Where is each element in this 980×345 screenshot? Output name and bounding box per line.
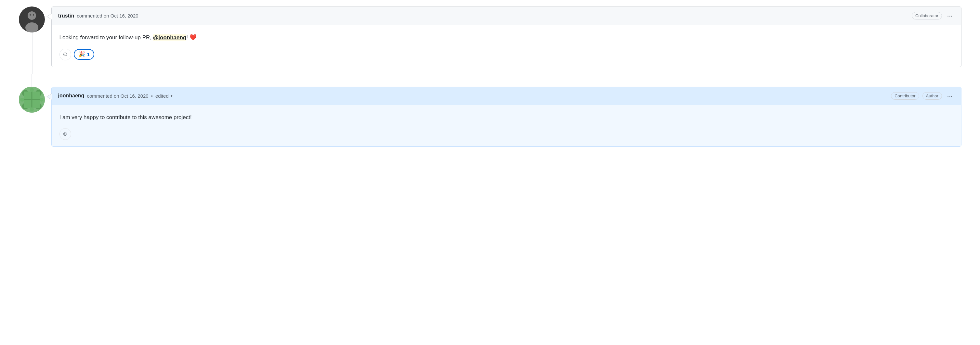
reactions-row-trustin: ☺ 🎉 1 [59,49,953,60]
smile-icon: ☺ [62,51,68,58]
svg-point-16 [20,98,24,101]
author-badge: Author [923,92,942,100]
reaction-party-trustin[interactable]: 🎉 1 [74,49,94,60]
svg-point-15 [30,108,34,111]
svg-point-14 [40,98,43,101]
comment-author-joonhaeng[interactable]: joonhaeng [58,93,84,99]
comment-meta-joonhaeng: joonhaeng commented on Oct 16, 2020 • ed… [58,93,173,99]
comment-body-joonhaeng: I am very happy to contribute to this aw… [52,105,961,146]
comment-meta-trustin: trustin commented on Oct 16, 2020 [58,13,138,19]
comment-actions-trustin: Collaborator ··· [912,11,955,20]
more-options-button-joonhaeng[interactable]: ··· [945,92,955,100]
comment-author-trustin[interactable]: trustin [58,13,75,19]
comment-text-part2: ! [186,35,189,41]
svg-point-13 [30,88,34,92]
avatar-trustin [19,6,45,32]
svg-point-3 [30,14,31,16]
avatar-image-joonhaeng [19,87,45,112]
svg-point-1 [28,11,36,20]
avatar-image-trustin [19,6,45,32]
reaction-count-trustin: 1 [87,52,90,57]
add-reaction-button-joonhaeng[interactable]: ☺ [59,128,71,140]
more-options-button-trustin[interactable]: ··· [945,11,955,20]
collaborator-badge: Collaborator [912,12,942,19]
smile-icon-joonhaeng: ☺ [62,130,68,137]
comment-text-trustin: Looking forward to your follow-up PR, @j… [59,33,953,42]
party-emoji: 🎉 [78,51,85,58]
comment-text-joonhaeng: I am very happy to contribute to this aw… [59,113,953,122]
comment-header-joonhaeng: joonhaeng commented on Oct 16, 2020 • ed… [52,87,961,105]
comment-body-trustin: Looking forward to your follow-up PR, @j… [52,25,961,67]
reactions-row-joonhaeng: ☺ [59,128,953,140]
comment-separator: • [151,93,153,99]
contributor-badge: Contributor [891,92,919,100]
comment-trustin: trustin commented on Oct 16, 2020 Collab… [19,6,961,67]
comment-joonhaeng: joonhaeng commented on Oct 16, 2020 • ed… [19,87,961,147]
comment-timestamp-joonhaeng: commented on Oct 16, 2020 [87,93,148,99]
avatar-joonhaeng [19,87,45,112]
comments-list: trustin commented on Oct 16, 2020 Collab… [19,6,961,147]
comment-box-joonhaeng: joonhaeng commented on Oct 16, 2020 • ed… [51,87,961,147]
edited-indicator[interactable]: edited ▾ [155,93,173,99]
comment-actions-joonhaeng: Contributor Author ··· [891,92,955,100]
add-reaction-button-trustin[interactable]: ☺ [59,49,71,60]
timeline-connector [32,32,32,74]
comment-text-part1: Looking forward to your follow-up PR, [59,35,153,41]
comment-header-trustin: trustin commented on Oct 16, 2020 Collab… [52,7,961,25]
edited-label: edited [155,93,169,99]
comment-box-trustin: trustin commented on Oct 16, 2020 Collab… [51,6,961,67]
svg-point-4 [33,14,34,16]
mention-joonhaeng[interactable]: @joonhaeng [153,35,186,41]
comment-timestamp-trustin: commented on Oct 16, 2020 [77,13,138,19]
comments-connector [32,74,32,87]
svg-point-2 [25,22,38,32]
heart-emoji: ❤️ [189,34,197,41]
chevron-down-icon: ▾ [171,94,173,98]
